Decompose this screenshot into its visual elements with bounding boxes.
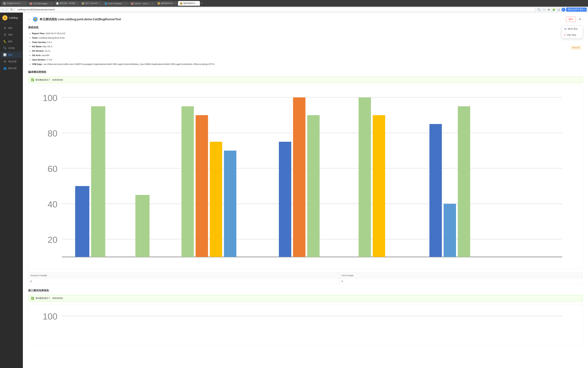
tab-2[interactable]: 🐙 Grt1228/chatgpt-java-... × [28,1,54,6]
svg-rect-13 [136,195,150,257]
sidebar-label-defects: 缺陷 [8,40,12,43]
defects-icon: 🐛 [3,40,7,43]
tab-label-4: 组件 | Element [85,2,98,5]
svg-text:60: 60 [47,164,57,174]
browser-tabs: 🤖 chatgpt-java-sdk使用示... × 🐙 Grt1228/cha… [1,1,587,6]
compile-table: Success Compile Fail Compile 0 0 [28,272,583,284]
sidebar-label-cases: 用例 [8,33,12,36]
sidebar-item-reports[interactable]: 📊 报告 [1,52,22,58]
svg-rect-18 [279,142,291,257]
extensions-button[interactable]: 🔧 [537,8,542,12]
new-tab-button[interactable]: + [200,1,203,6]
info-val-4: 13.4.1 [45,50,50,52]
tab-close-7[interactable]: × [175,2,176,4]
pdf-export-label: PDF 导出 [567,34,576,37]
download-button[interactable]: ⬇ [577,17,583,22]
tab-close-4[interactable]: × [100,2,100,4]
compile-chart: 100 80 60 40 20 [28,86,583,269]
sidebar-item-project-settings[interactable]: ⚙ 项目设置 [1,58,22,65]
word-icon: W [564,28,566,30]
svg-rect-20 [307,115,320,257]
svg-text:80: 80 [47,129,57,138]
sidebar-toggle-button[interactable]: ◫ [557,8,561,12]
pdf-export-item[interactable]: P PDF 导出 [562,32,583,38]
sidebar-label-deliveries: 交付物 [8,47,15,50]
info-val-3: Mac OS X [43,45,53,48]
word-badge-label: Word 54 [572,46,580,49]
sidebar-item-defects[interactable]: 🐛 缺陷 [1,38,22,45]
sidebar: 😺 Cat2Bug ☰ 项目 ☰ 用例 🐛 缺陷 📎 交付物 📊 报告 [0,13,23,368]
tab-close-2[interactable]: × [51,3,52,5]
info-val-6: 17.0.6 [46,58,52,61]
project-settings-icon: ⚙ [3,60,7,63]
tab-4[interactable]: ⚡ 组件 | Element × [80,1,102,6]
profile-button[interactable]: C [561,8,565,12]
address-input[interactable] [15,8,535,12]
svg-rect-15 [196,115,208,257]
compile-header-success: Success Compile [28,272,339,278]
back-nav-button[interactable]: ‹ [1,8,4,12]
svg-rect-12 [91,106,105,257]
tab-label-3: 模型说明 - 智增增 [59,2,75,5]
svg-rect-23 [429,124,442,257]
sidebar-item-projects[interactable]: ☰ 项目 [1,25,22,31]
tab-close-6[interactable]: × [152,3,153,5]
tab-close-5[interactable]: × [126,3,127,5]
tab-7[interactable]: 🐱 猫陷我改BUG × [156,1,178,6]
sidebar-label-project-settings: 项目设置 [8,60,17,63]
header-actions: 删除 ⬇ [566,17,583,22]
sidebar-item-cases[interactable]: ☰ 用例 [1,32,22,38]
info-val-1: Cat2Bug-Spring-Boot-JUnit [39,37,65,39]
info-val-7: -ea;-Didea.test.cyclic.buffer.size=10485… [43,63,214,65]
bookmark-button[interactable]: ☆ [542,8,546,12]
cases-icon: ☰ [3,33,7,36]
info-key-5: OS Arch: [32,54,41,56]
tab-close-8[interactable]: × [197,2,198,4]
svg-rect-16 [210,142,222,257]
sidebar-label-team-settings: 团队设置 [8,67,17,70]
tab-label-6: GitHub - nsano-rururu/... [135,2,151,5]
delete-button[interactable]: 删除 [566,17,576,22]
info-item-7: JVM Args: -ea;-Didea.test.cyclic.buffer.… [32,63,583,66]
word-export-item[interactable]: W Word 导出 [562,26,583,32]
compile-fail-val: 0 [339,278,583,284]
restart-button[interactable]: 重新启动即可更新 × [566,8,587,12]
compile-report-title: 编译测试类报告 [28,70,583,74]
svg-text:40: 40 [47,199,57,209]
svg-rect-24 [443,204,456,257]
page-header: ← 🐱 单元测试报告:com.cat2bug.junit.demo.Cat2Bu… [28,17,583,22]
sidebar-item-team-settings[interactable]: 👥 团队设置 [1,65,22,71]
svg-rect-25 [458,106,470,257]
compile-success-val: 0 [28,278,339,284]
tab-3[interactable]: 📄 模型说明 - 智增增 × [54,1,80,6]
deliveries-icon: 📎 [3,46,7,50]
compile-success-icon: ✅ [31,78,34,81]
tab-5[interactable]: 📘 Jansi Troubleshooting G... × [103,1,129,6]
info-item-6: Java Version: 17.0.6 [32,58,583,62]
tab-6[interactable]: 🐙 GitHub - nsano-rururu/... × [129,1,155,6]
sidebar-item-deliveries[interactable]: 📎 交付物 [1,45,22,51]
info-item-4: OS Version: 13.4.1 [32,49,583,53]
reload-button[interactable]: ↻ [10,7,14,12]
tab-close-3[interactable]: × [77,2,78,4]
tab-label-2: Grt1228/chatgpt-java-... [33,2,49,5]
tab-groups-button[interactable]: ⊞ [547,8,551,12]
tab-8[interactable]: 🐱 猫陷我改BUG × [178,1,200,6]
tab-label-8: 猫陷我改BUG [183,2,195,5]
back-button[interactable]: ← [28,18,31,21]
tab-close-1[interactable]: × [25,2,26,4]
tab-1[interactable]: 🤖 chatgpt-java-sdk使用示... × [1,1,27,6]
svg-rect-17 [224,151,236,257]
browser-chrome: 🤖 chatgpt-java-sdk使用示... × 🐙 Grt1228/cha… [0,0,588,7]
info-key-4: OS Version: [32,50,44,52]
info-item-1: Tools: Cat2Bug-Spring-Boot-JUnit [32,36,583,40]
reports-icon: 📊 [3,53,7,56]
main-content: ← 🐱 单元测试报告:com.cat2bug.junit.demo.Cat2Bu… [23,13,588,368]
info-val-2: 0.0.2 [47,41,52,44]
info-item-0: Report Time: 2024-03-27 08:14:22 [32,32,583,35]
report-avatar: 🐱 [33,17,37,22]
forward-nav-button[interactable]: › [5,8,8,12]
compile-chart-svg: 100 80 60 40 20 [31,89,580,266]
extensions-panel-button[interactable]: 🧩 [552,8,556,12]
info-key-0: Report Time: [32,32,45,35]
